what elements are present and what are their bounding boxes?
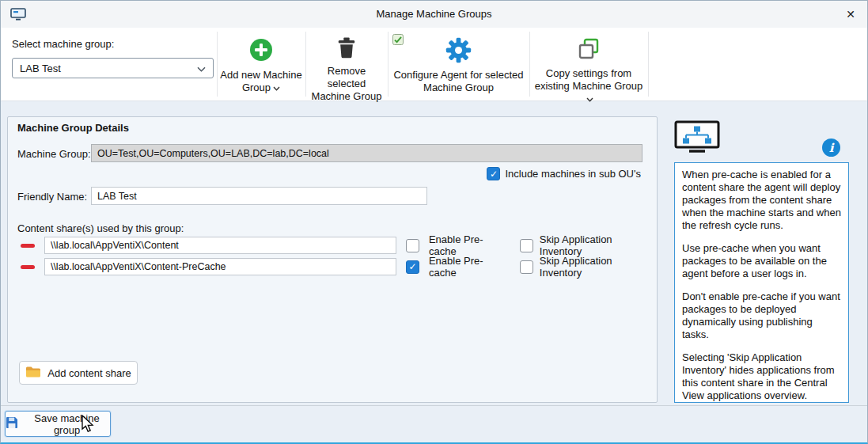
add-machine-group-label: Add new Machine Group <box>220 69 302 94</box>
titlebar: Manage Machine Groups ✕ <box>1 1 867 28</box>
toolbar: Select machine group: LAB Test Add new M… <box>1 28 867 101</box>
help-paragraph: Don't enable pre-cache if you want packa… <box>682 290 841 341</box>
remove-machine-group-button[interactable]: Remove selected Machine Group <box>309 31 385 97</box>
toolbar-separator <box>648 32 649 97</box>
remove-machine-group-label: Remove selected Machine Group <box>309 65 385 103</box>
window-title: Manage Machine Groups <box>1 8 867 20</box>
copy-settings-label: Copy settings from existing Machine Grou… <box>533 67 645 105</box>
enable-precache-checkbox[interactable] <box>406 260 419 274</box>
enable-precache-label: Enable Pre-cache <box>429 255 510 279</box>
save-machine-group-button[interactable]: Save machine group <box>5 411 111 437</box>
chevron-down-icon <box>273 82 280 94</box>
close-button[interactable]: ✕ <box>839 4 862 25</box>
content-shares-label: Content share(s) used by this group: <box>17 222 184 234</box>
close-icon: ✕ <box>846 8 855 21</box>
toolbar-separator <box>217 32 218 97</box>
minus-icon <box>21 265 35 269</box>
chevron-down-icon <box>197 63 206 74</box>
info-icon[interactable]: i <box>822 139 840 157</box>
copy-icon <box>577 37 601 61</box>
chevron-down-icon <box>586 93 593 105</box>
include-sub-ous-label: Include machines in sub OU's <box>505 168 641 180</box>
skip-inventory-checkbox[interactable] <box>520 260 533 274</box>
footer-bar: Save machine group <box>1 405 867 442</box>
toolbar-separator <box>305 32 306 97</box>
enable-precache-checkbox[interactable] <box>406 239 419 252</box>
friendly-name-input[interactable] <box>91 187 427 205</box>
skip-inventory-label: Skip Application Inventory <box>540 233 657 257</box>
content-share-path-input[interactable] <box>44 237 396 254</box>
toolbar-separator <box>529 32 530 97</box>
machine-group-input[interactable] <box>91 144 642 162</box>
toolbar-separator <box>388 32 389 97</box>
add-content-share-label: Add content share <box>47 367 131 379</box>
folder-icon <box>25 366 41 381</box>
configure-agent-label: Configure Agent for selected Machine Gro… <box>391 69 526 94</box>
save-floppy-icon <box>6 416 18 431</box>
machine-group-details-legend: Machine Group Details <box>17 122 129 134</box>
remove-share-button[interactable] <box>21 237 38 253</box>
configure-agent-button[interactable]: Configure Agent for selected Machine Gro… <box>391 31 526 97</box>
content-share-row: Enable Pre-cache Skip Application Invent… <box>21 236 657 255</box>
add-icon <box>249 37 273 63</box>
gear-icon <box>445 37 472 63</box>
skip-inventory-label: Skip Application Inventory <box>540 255 657 279</box>
include-sub-ous-row: Include machines in sub OU's <box>487 167 641 180</box>
add-machine-group-button[interactable]: Add new Machine Group <box>220 31 302 97</box>
machine-group-label: Machine Group: <box>17 148 91 160</box>
friendly-name-label: Friendly Name: <box>17 191 87 203</box>
machine-group-select-value: LAB Test <box>20 63 61 74</box>
trash-icon <box>337 37 356 59</box>
machine-group-network-icon <box>674 120 720 156</box>
remove-share-button[interactable] <box>21 259 38 275</box>
save-machine-group-label: Save machine group <box>24 412 110 436</box>
content-share-row: Enable Pre-cache Skip Application Invent… <box>21 257 657 276</box>
enable-precache-label: Enable Pre-cache <box>429 233 510 257</box>
precache-help-panel: When pre-cache is enabled for a content … <box>674 162 849 403</box>
add-content-share-button[interactable]: Add content share <box>19 361 138 385</box>
skip-inventory-checkbox[interactable] <box>520 239 533 252</box>
select-machine-group-label: Select machine group: <box>12 38 114 50</box>
help-paragraph: When pre-cache is enabled for a content … <box>682 169 841 232</box>
green-check-icon <box>392 34 404 48</box>
content-share-path-input[interactable] <box>44 258 396 275</box>
minus-icon <box>21 244 35 248</box>
help-paragraph: Use pre-cache when you want packages to … <box>682 242 841 280</box>
manage-machine-groups-window: Manage Machine Groups ✕ Select machine g… <box>0 0 868 444</box>
copy-settings-button[interactable]: Copy settings from existing Machine Grou… <box>533 31 645 97</box>
help-paragraph: Selecting 'Skip Application Inventory' h… <box>682 351 841 402</box>
include-sub-ous-checkbox[interactable] <box>487 167 500 180</box>
machine-group-details-panel: Machine Group Details Machine Group: Inc… <box>7 116 658 403</box>
machine-group-select[interactable]: LAB Test <box>12 58 214 78</box>
